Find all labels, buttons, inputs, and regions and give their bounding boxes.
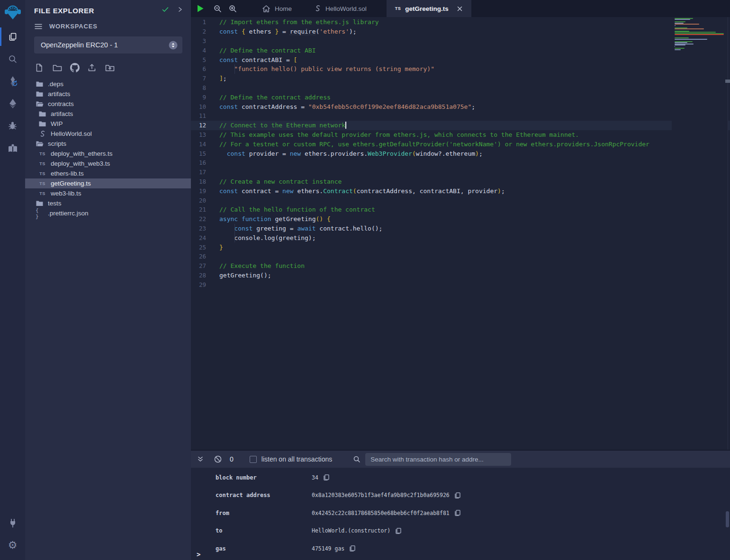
copy-icon[interactable]: [395, 527, 402, 534]
activity-settings[interactable]: ⚙: [0, 534, 25, 556]
line-number: 17: [191, 169, 219, 176]
github-icon[interactable]: [70, 63, 83, 72]
code-text: // Execute the function: [219, 262, 730, 269]
tree-item-deploy-with-ethers-ts[interactable]: TSdeploy_with_ethers.ts: [25, 149, 191, 159]
tree-item-artifacts[interactable]: artifacts: [25, 109, 191, 119]
code-line-28[interactable]: 28getGreeting();: [191, 271, 730, 280]
code-text: getGreeting();: [219, 272, 730, 279]
code-text: const greeting = await contract.hello();: [219, 225, 730, 232]
zoom-in-button[interactable]: [225, 0, 240, 17]
code-line-20[interactable]: 20: [191, 196, 730, 205]
code-line-19[interactable]: 19const contract = new ethers.Contract(c…: [191, 186, 730, 196]
tree-item--deps[interactable]: .deps: [25, 79, 191, 89]
tab-label: Home: [275, 5, 292, 12]
line-number: 20: [191, 197, 219, 204]
code-line-13[interactable]: 13// This example uses the default provi…: [191, 130, 730, 140]
line-number: 2: [191, 28, 219, 35]
terminal-scrollbar-thumb[interactable]: [726, 511, 729, 527]
code-text: const contract = new ethers.Contract(con…: [219, 187, 730, 195]
activity-plugin-manager[interactable]: [0, 512, 25, 534]
code-line-21[interactable]: 21// Call the hello function of the cont…: [191, 205, 730, 214]
activity-solidity-compiler[interactable]: [0, 70, 25, 92]
tree-item-artifacts[interactable]: artifacts: [25, 89, 191, 99]
code-line-27[interactable]: 27// Execute the function: [191, 261, 730, 271]
tree-item-scripts[interactable]: scripts: [25, 139, 191, 149]
code-line-1[interactable]: 1// Import ethers from the ethers.js lib…: [191, 18, 730, 27]
activity-file-explorer[interactable]: [0, 26, 25, 48]
code-line-17[interactable]: 17: [191, 168, 730, 177]
tree-item-deploy-with-web3-ts[interactable]: TSdeploy_with_web3.ts: [25, 159, 191, 169]
code-line-15[interactable]: 15 const provider = new ethers.providers…: [191, 149, 730, 158]
tree-item-ethers-lib-ts[interactable]: TSethers-lib.ts: [25, 169, 191, 178]
publish-gist-icon[interactable]: [88, 63, 100, 72]
code-line-2[interactable]: 2const { ethers } = require('ethers');: [191, 27, 730, 36]
minimap[interactable]: [672, 17, 728, 450]
code-line-7[interactable]: 7];: [191, 74, 730, 83]
text-cursor: [345, 122, 346, 129]
code-line-26[interactable]: 26: [191, 252, 730, 261]
file-label: web3-lib.ts: [51, 190, 81, 197]
code-line-11[interactable]: 11: [191, 111, 730, 121]
activity-debugger[interactable]: [0, 115, 25, 137]
code-editor[interactable]: 1// Import ethers from the ethers.js lib…: [191, 17, 730, 450]
activity-deploy-run[interactable]: [0, 92, 25, 115]
run-script-button[interactable]: [191, 0, 210, 17]
tree-item-helloworld-sol[interactable]: HelloWorld.sol: [25, 129, 191, 139]
tree-item-contracts[interactable]: contracts: [25, 99, 191, 109]
code-line-3[interactable]: 3: [191, 36, 730, 46]
code-line-23[interactable]: 23 const greeting = await contract.hello…: [191, 224, 730, 233]
workspace-selected-name: OpenZeppelin ERC20 - 1: [41, 41, 169, 49]
terminal-prompt[interactable]: >: [197, 551, 200, 558]
code-line-9[interactable]: 9// Define the contract address: [191, 92, 730, 102]
code-line-8[interactable]: 8: [191, 83, 730, 93]
tree-item-tests[interactable]: tests: [25, 198, 191, 208]
code-line-22[interactable]: 22async function getGreeting() {: [191, 214, 730, 224]
activity-learneth[interactable]: [0, 137, 25, 159]
code-line-18[interactable]: 18// Create a new contract instance: [191, 177, 730, 187]
file-label: deploy_with_ethers.ts: [51, 150, 113, 157]
tree-item-web3-lib-ts[interactable]: TSweb3-lib.ts: [25, 188, 191, 198]
clear-console-icon[interactable]: [214, 455, 222, 463]
line-number: 3: [191, 37, 219, 44]
code-line-14[interactable]: 14// For a testnet or custom RPC, use et…: [191, 139, 730, 149]
line-number: 19: [191, 187, 219, 195]
tree-item--prettierrc-json[interactable]: { }.prettierrc.json: [25, 208, 191, 218]
upload-folder-icon[interactable]: [105, 63, 118, 72]
terminal-search-input[interactable]: [365, 453, 511, 466]
tab-bar: Home HelloWorld.sol TS getGreeting.ts: [191, 0, 730, 17]
code-line-4[interactable]: 4// Define the contract ABI: [191, 45, 730, 55]
tab-getgreeting-ts[interactable]: TS getGreeting.ts: [387, 0, 471, 17]
workspace-select[interactable]: OpenZeppelin ERC20 - 1: [34, 36, 182, 53]
code-line-10[interactable]: 10const contractAddress = "0xb54febb5c0c…: [191, 102, 730, 111]
tab-helloworld-sol[interactable]: HelloWorld.sol: [306, 0, 375, 17]
code-line-25[interactable]: 25}: [191, 242, 730, 252]
tab-home[interactable]: Home: [253, 0, 300, 17]
code-line-6[interactable]: 6 "function hello() public view returns …: [191, 64, 730, 74]
settings-icon: ⚙: [8, 540, 18, 551]
tree-item-wip[interactable]: WIP: [25, 119, 191, 129]
code-line-16[interactable]: 16: [191, 158, 730, 168]
collapse-terminal-icon[interactable]: [197, 455, 204, 463]
braces-icon: { }: [36, 207, 44, 220]
activity-search[interactable]: [0, 48, 25, 70]
code-line-24[interactable]: 24 console.log(greeting);: [191, 233, 730, 242]
code-line-5[interactable]: 5const contractABI = [: [191, 55, 730, 64]
copy-icon[interactable]: [454, 492, 461, 499]
check-icon[interactable]: [162, 6, 169, 15]
copy-icon[interactable]: [349, 545, 356, 552]
close-tab-icon[interactable]: [457, 6, 463, 12]
new-file-icon[interactable]: [35, 63, 48, 72]
code-line-12[interactable]: 12// Connect to the Ethereum network: [191, 121, 730, 130]
copy-icon[interactable]: [323, 474, 330, 481]
editor-scrollbar-thumb[interactable]: [725, 80, 730, 83]
zoom-out-button[interactable]: [210, 0, 225, 17]
tree-item-getgreeting-ts[interactable]: TSgetGreeting.ts: [25, 178, 191, 188]
chevron-right-icon[interactable]: [177, 6, 183, 15]
listen-all-transactions-checkbox[interactable]: [250, 456, 257, 463]
tx-detail-value: 0x42452c22c88178685850e68beb6cf0f2aeab8f…: [312, 510, 450, 516]
code-line-29[interactable]: 29: [191, 280, 730, 289]
activity-remix-logo[interactable]: [0, 1, 25, 26]
workspaces-menu-icon[interactable]: [34, 23, 43, 30]
new-folder-icon[interactable]: [53, 63, 65, 72]
copy-icon[interactable]: [454, 509, 461, 516]
